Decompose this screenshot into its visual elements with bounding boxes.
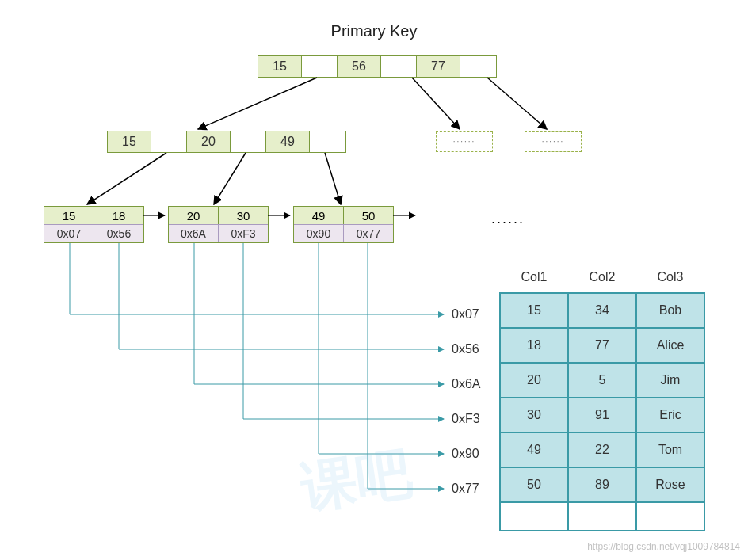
- internal-key: 15: [108, 131, 151, 152]
- table-header: Col3: [636, 265, 704, 293]
- root-ptr: [381, 56, 417, 77]
- root-node: 15 56 77: [258, 55, 497, 78]
- root-key: 77: [417, 56, 460, 77]
- internal-key: 49: [266, 131, 310, 152]
- internal-node: 15 20 49: [107, 131, 346, 153]
- leaf-ptr: 0x77: [344, 224, 393, 242]
- leaf-node: 15 18 0x07 0x56: [44, 206, 144, 243]
- row-pointer: 0x56: [452, 342, 479, 356]
- root-ptr: [460, 56, 496, 77]
- svg-line-3: [87, 153, 166, 204]
- leaf-ptr: 0xF3: [219, 224, 268, 242]
- svg-line-0: [198, 78, 317, 129]
- table-row: 3091Eric: [500, 398, 704, 432]
- row-pointer: 0x07: [452, 307, 479, 322]
- svg-line-5: [325, 153, 341, 204]
- leaf-ptr: 0x90: [294, 224, 344, 242]
- leaf-key: 50: [344, 207, 393, 224]
- table-row: 5089Rose: [500, 467, 704, 502]
- leaf-key: 20: [169, 207, 219, 224]
- internal-key: 20: [187, 131, 231, 152]
- table-header: Col2: [568, 265, 636, 293]
- internal-ptr: [231, 131, 266, 152]
- row-pointer: 0xF3: [452, 412, 480, 426]
- svg-line-4: [214, 153, 246, 204]
- leaf-key: 49: [294, 207, 344, 224]
- watermark: https://blog.csdn.net/vqj1009784814: [587, 541, 740, 552]
- leaf-node: 20 30 0x6A 0xF3: [168, 206, 269, 243]
- root-key: 15: [258, 56, 302, 77]
- root-ptr: [302, 56, 338, 77]
- table-row: 1534Bob: [500, 293, 704, 328]
- diagram-title: Primary Key: [331, 22, 418, 40]
- node-placeholder: ······: [525, 131, 582, 152]
- node-placeholder: ······: [436, 131, 493, 152]
- data-table: Col1 Col2 Col3 1534Bob 1877Alice 205Jim …: [499, 265, 705, 531]
- row-pointer: 0x77: [452, 482, 479, 496]
- root-key: 56: [338, 56, 381, 77]
- leaf-key: 30: [219, 207, 268, 224]
- svg-line-1: [412, 78, 460, 129]
- leaf-key: 15: [44, 207, 94, 224]
- table-row: 4922Tom: [500, 432, 704, 467]
- table-row-empty: [500, 502, 704, 531]
- background-watermark: 课吧: [296, 436, 417, 526]
- leaf-ptr: 0x07: [44, 224, 94, 242]
- internal-ptr: [151, 131, 187, 152]
- svg-line-2: [487, 78, 547, 129]
- leaf-ptr: 0x56: [94, 224, 143, 242]
- internal-ptr: [310, 131, 345, 152]
- table-header: Col1: [500, 265, 568, 293]
- leaf-node: 49 50 0x90 0x77: [293, 206, 394, 243]
- row-pointer: 0x90: [452, 447, 479, 461]
- table-row: 205Jim: [500, 363, 704, 398]
- ellipsis: ······: [491, 214, 525, 230]
- leaf-key: 18: [94, 207, 143, 224]
- row-pointer: 0x6A: [452, 377, 480, 391]
- leaf-ptr: 0x6A: [169, 224, 219, 242]
- table-row: 1877Alice: [500, 328, 704, 363]
